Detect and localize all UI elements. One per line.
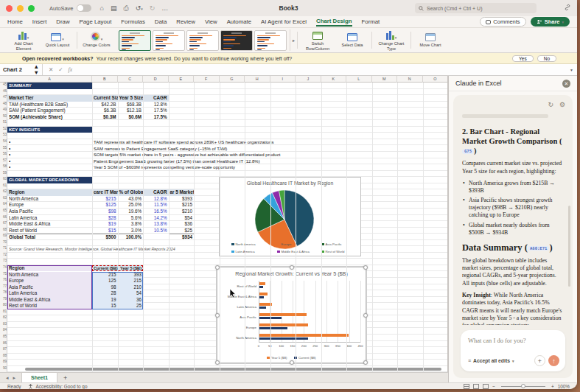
chart-selection-handle[interactable] [290, 265, 294, 270]
row-header-68[interactable]: 68 [0, 228, 7, 231]
row-header-52[interactable]: 52 [0, 127, 7, 130]
row-header-85[interactable]: 85 [0, 335, 7, 338]
cell-A79[interactable]: Middle East & Africa [7, 297, 92, 304]
cell-A58[interactable]: • [7, 164, 92, 171]
attach-plus-button[interactable]: + [534, 355, 545, 366]
menu-tab-format[interactable]: Format [362, 18, 380, 25]
column-header-M[interactable]: M [372, 76, 398, 83]
row-header-80[interactable]: 80 [0, 303, 7, 307]
column-header-J[interactable]: J [296, 76, 321, 83]
cell-C78[interactable]: 54 [118, 290, 144, 297]
row-header-51[interactable]: 51 [0, 120, 7, 124]
cell-D67[interactable]: 13.8% [143, 221, 169, 228]
sheet-tab-sheet1[interactable]: Sheet1 [21, 373, 57, 382]
cell-C80[interactable]: 25 [118, 303, 144, 309]
cell-C50[interactable]: $0.6M [118, 114, 144, 121]
cell-A80[interactable]: Rest of World [7, 303, 92, 309]
minimize-window-button[interactable] [17, 5, 24, 12]
chart-style-thumb[interactable] [186, 30, 219, 51]
cell-A68[interactable]: Rest of World [7, 228, 92, 234]
cell-B49[interactable]: $6.3B [92, 108, 118, 114]
page-layout-view-icon[interactable] [473, 384, 479, 389]
cell-D66[interactable]: 14.2% [143, 215, 169, 222]
column-header-E[interactable]: E [169, 76, 195, 83]
cell-A77[interactable]: Asia Pacific [7, 284, 92, 291]
cell-A50[interactable]: SOM (Achievable Share) [7, 114, 92, 121]
chart-style-thumb[interactable] [153, 30, 185, 51]
prev-sheet-icon[interactable]: ◂ [6, 375, 9, 381]
cell-C65[interactable]: 19.6% [118, 209, 144, 215]
row-header-53[interactable]: 53 [0, 133, 7, 136]
row-header-61[interactable]: 61 [0, 183, 7, 187]
cell-B74[interactable]: Current ($B) [92, 265, 118, 272]
cell-B69[interactable]: $500 [92, 234, 118, 240]
move-chart-button[interactable]: Move Chart [416, 29, 445, 51]
save-icon[interactable]: ▤ [111, 4, 117, 12]
redo-icon[interactable]: ↻ [150, 4, 156, 12]
name-box-stepper[interactable]: ▲▼ [34, 64, 39, 75]
add-chart-element-button[interactable]: ▾ Add Chart Element [9, 29, 38, 51]
normal-view-icon[interactable] [464, 384, 469, 389]
history-icon[interactable]: ↻ [548, 101, 553, 108]
chart-selection-handle[interactable] [290, 360, 294, 365]
row-header-63[interactable]: 63 [0, 196, 7, 200]
row-header-47[interactable]: 47 [0, 95, 7, 99]
column-header-D[interactable]: D [143, 76, 169, 83]
yes-button[interactable]: Yes [512, 55, 534, 62]
insert-function-icon[interactable]: fx [69, 66, 72, 73]
column-header-N[interactable]: N [397, 76, 423, 83]
row-header-88[interactable]: 88 [0, 354, 7, 357]
row-header-72[interactable]: 72 [0, 253, 7, 256]
cell-D68[interactable]: 10.5% [143, 228, 169, 234]
change-chart-type-button[interactable]: ▾ Change Chart Type [377, 29, 406, 51]
cell-A56[interactable]: • [7, 152, 92, 158]
menu-tab-formulas[interactable]: Formulas [121, 18, 145, 25]
cell-C76[interactable]: 215 [118, 278, 144, 284]
share-button[interactable]: Share ▾ [531, 17, 570, 27]
cell-B78[interactable]: 28 [92, 290, 118, 297]
cell-D63[interactable]: 12.8% [143, 196, 169, 203]
menu-tab-chart-design[interactable]: Chart Design [316, 18, 352, 27]
search-input[interactable]: Search (Cmd + Ctrl + U) [415, 3, 537, 13]
cell-B47[interactable]: Current Size [92, 95, 118, 102]
row-header-56[interactable]: 56 [0, 152, 7, 155]
cell-C64[interactable]: 25.0% [118, 202, 144, 209]
row-header-50[interactable]: 50 [0, 114, 7, 118]
cell-A63[interactable]: North America [7, 196, 92, 203]
menu-tab-ai-agent-for-excel[interactable]: AI Agent for Excel [261, 18, 307, 25]
row-header-55[interactable]: 55 [0, 146, 7, 150]
cell-A69[interactable]: Global Total [7, 234, 92, 240]
menu-tab-review[interactable]: Review [176, 18, 195, 25]
cell-C75[interactable]: 393 [118, 272, 144, 279]
cell-A62[interactable]: Region [7, 189, 92, 196]
cell-C62[interactable]: % of Global [118, 189, 144, 196]
send-button[interactable]: ↑ [548, 355, 559, 366]
next-sheet-icon[interactable]: ▸ [13, 375, 16, 381]
cell-A48[interactable]: TAM (Healthcare B2B SaaS) [7, 102, 92, 108]
cell-C79[interactable]: 36 [118, 297, 144, 304]
row-header-66[interactable]: 66 [0, 215, 7, 219]
pie-chart-object[interactable]: Global Healthcare IT Market by RegionNor… [219, 177, 361, 256]
gallery-scroll-button[interactable]: ▸ [290, 29, 297, 51]
cell-A74[interactable]: Region [7, 265, 92, 272]
column-header-F[interactable]: F [194, 76, 220, 83]
cell-A47[interactable]: Market Tier [7, 95, 92, 102]
cell-A54[interactable]: • [7, 139, 92, 146]
cell-B68[interactable]: $15 [92, 228, 118, 234]
column-header-H[interactable]: H [245, 76, 270, 83]
cell-E66[interactable]: $54 [169, 215, 195, 222]
cell-B63[interactable]: $215 [92, 196, 118, 203]
cell-A78[interactable]: Latin America [7, 290, 92, 297]
bar-chart-object[interactable]: Regional Market Growth: Current vs Year … [217, 267, 366, 363]
row-header-54[interactable]: 54 [0, 139, 7, 143]
cell-B65[interactable]: $98 [92, 209, 118, 215]
chat-input-placeholder[interactable]: What can I do for you? [468, 337, 558, 344]
cell-C69[interactable]: 100.0% [118, 234, 144, 240]
switch-row-column-button[interactable]: Switch Row/Column [302, 29, 333, 51]
menu-tab-draw[interactable]: Draw [56, 18, 69, 25]
row-header-82[interactable]: 82 [0, 315, 7, 319]
row-header-87[interactable]: 87 [0, 347, 7, 351]
cell-C74[interactable]: Year 5 ($B) [118, 265, 144, 272]
column-header-K[interactable]: K [321, 76, 347, 83]
cell-A76[interactable]: Europe [7, 278, 92, 284]
